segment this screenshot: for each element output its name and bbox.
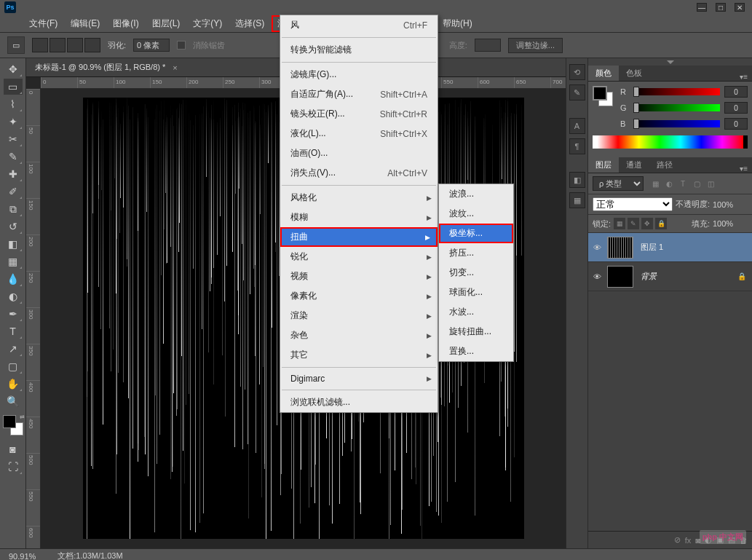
selection-intersect[interactable] <box>84 38 100 52</box>
antialias-checkbox[interactable] <box>177 41 186 50</box>
g-slider[interactable] <box>633 104 720 111</box>
filter-type-icon[interactable]: T <box>677 178 689 189</box>
distort-submenu-item[interactable]: 切变... <box>439 263 513 283</box>
dock-styles-icon[interactable]: ◧ <box>569 172 585 188</box>
filter-menu-item[interactable]: 渲染 <box>280 306 438 326</box>
blend-mode-select[interactable]: 正常 <box>593 197 673 211</box>
filter-menu-item[interactable]: 扭曲 <box>280 227 438 247</box>
lasso-tool[interactable]: ⌇ <box>4 96 23 112</box>
selection-subtract[interactable] <box>67 38 83 52</box>
screenmode-tool[interactable]: ⛶ <box>4 459 23 475</box>
b-value[interactable] <box>724 118 748 130</box>
feather-input[interactable] <box>133 39 170 52</box>
quickmask-tool[interactable]: ◙ <box>4 441 23 457</box>
selection-new[interactable] <box>32 38 48 52</box>
dock-para-icon[interactable]: ¶ <box>569 138 585 154</box>
menu-item[interactable]: 帮助(H) <box>437 15 478 32</box>
type-tool[interactable]: T <box>4 323 23 339</box>
tab-layers[interactable]: 图层 <box>588 157 619 173</box>
distort-submenu-item[interactable]: 置换... <box>439 342 513 361</box>
layer-thumbnail[interactable] <box>607 237 633 259</box>
filter-menu-item[interactable]: 风格化 <box>280 188 438 208</box>
filter-menu-item[interactable]: 其它 <box>280 345 438 365</box>
filter-menu-item[interactable]: 锐化 <box>280 247 438 267</box>
filter-menu-item[interactable]: 浏览联机滤镜... <box>280 393 438 412</box>
lock-pixels-icon[interactable]: ✎ <box>628 218 639 229</box>
filter-shape-icon[interactable]: ▢ <box>691 178 702 189</box>
zoom-tool[interactable]: 🔍 <box>4 393 23 409</box>
wand-tool[interactable]: ✦ <box>4 114 23 130</box>
menu-item[interactable]: 图像(I) <box>107 15 144 32</box>
layer-name[interactable]: 图层 1 <box>638 242 749 253</box>
tab-paths[interactable]: 路径 <box>649 157 680 173</box>
filter-adjust-icon[interactable]: ◐ <box>663 178 675 189</box>
shape-tool[interactable]: ▢ <box>4 358 23 374</box>
tool-preset-icon[interactable]: ▭ <box>7 36 25 54</box>
swap-colors-icon[interactable]: ⇄ <box>20 414 25 420</box>
filter-menu-item[interactable]: 风Ctrl+F <box>280 15 438 35</box>
window-close[interactable]: ✕ <box>735 3 745 12</box>
close-tab-icon[interactable]: × <box>173 63 177 72</box>
r-value[interactable] <box>724 86 748 98</box>
panel-menu-icon[interactable]: ▾≡ <box>735 165 752 173</box>
b-slider[interactable] <box>633 120 720 127</box>
eraser-tool[interactable]: ◧ <box>4 236 23 252</box>
g-value[interactable] <box>724 102 748 114</box>
filter-menu-item[interactable]: 自适应广角(A)...Shift+Ctrl+A <box>280 84 438 104</box>
filter-menu-item[interactable]: 视频 <box>280 267 438 286</box>
color-swatches[interactable]: ⇄ <box>3 415 23 435</box>
fill-value[interactable]: 100% <box>713 219 748 228</box>
filter-menu-item[interactable]: 镜头校正(R)...Shift+Ctrl+R <box>280 104 438 124</box>
filter-menu-item[interactable]: 像素化 <box>280 286 438 306</box>
crop-tool[interactable]: ✂ <box>4 131 23 147</box>
pen-tool[interactable]: ✒ <box>4 306 23 322</box>
filter-menu-item[interactable]: 油画(O)... <box>280 143 438 163</box>
r-slider[interactable] <box>633 88 720 95</box>
window-maximize[interactable]: □ <box>716 3 726 12</box>
menu-item[interactable]: 图层(L) <box>146 15 186 32</box>
refine-edge-button[interactable]: 调整边缘... <box>508 38 563 53</box>
menu-item[interactable]: 文字(Y) <box>187 15 228 32</box>
layer-kind-filter[interactable]: ρ 类型 <box>593 176 644 191</box>
hand-tool[interactable]: ✋ <box>4 376 23 392</box>
dock-brush-icon[interactable]: ✎ <box>569 84 585 100</box>
dock-history-icon[interactable]: ⟲ <box>569 64 585 80</box>
filter-menu-item[interactable]: 转换为智能滤镜 <box>280 40 438 60</box>
dock-swatches-icon[interactable]: ▦ <box>569 192 585 208</box>
zoom-level[interactable]: 90.91% <box>9 552 36 561</box>
gradient-tool[interactable]: ▦ <box>4 253 23 269</box>
history-brush-tool[interactable]: ↺ <box>4 218 23 234</box>
filter-smart-icon[interactable]: ◫ <box>705 178 716 189</box>
layer-row[interactable]: 👁 图层 1 <box>588 233 752 262</box>
filter-menu-item[interactable]: 模糊 <box>280 208 438 227</box>
layer-row[interactable]: 👁 背景 🔒 <box>588 262 752 291</box>
link-layers-icon[interactable]: ⊘ <box>674 535 681 545</box>
distort-submenu-item[interactable]: 旋转扭曲... <box>439 322 513 342</box>
tab-color[interactable]: 颜色 <box>588 66 619 81</box>
heal-tool[interactable]: ✚ <box>4 166 23 182</box>
lock-position-icon[interactable]: ✥ <box>641 218 653 229</box>
tab-swatches[interactable]: 色板 <box>619 66 649 81</box>
lock-all-icon[interactable]: 🔒 <box>655 218 667 229</box>
filter-menu-item[interactable]: 杂色 <box>280 326 438 345</box>
move-tool[interactable]: ✥ <box>4 61 23 77</box>
lock-transparent-icon[interactable]: ▦ <box>614 218 625 229</box>
filter-pixel-icon[interactable]: ▦ <box>649 178 661 189</box>
menu-item[interactable]: 选择(S) <box>229 15 270 32</box>
distort-submenu-item[interactable]: 水波... <box>439 302 513 322</box>
opacity-value[interactable]: 100% <box>713 200 748 209</box>
window-minimize[interactable]: — <box>697 3 707 12</box>
distort-submenu-item[interactable]: 球面化... <box>439 283 513 302</box>
layer-thumbnail[interactable] <box>607 266 633 288</box>
dodge-tool[interactable]: ◐ <box>4 288 23 304</box>
selection-add[interactable] <box>50 38 66 52</box>
filter-menu-item[interactable]: Digimarc <box>280 370 438 387</box>
layer-name[interactable]: 背景 <box>638 271 733 282</box>
brush-tool[interactable]: ✐ <box>4 184 23 200</box>
layer-fx-icon[interactable]: fx <box>685 536 692 545</box>
layer-visibility-icon[interactable]: 👁 <box>591 243 603 252</box>
distort-submenu-item[interactable]: 极坐标... <box>439 224 513 243</box>
layer-visibility-icon[interactable]: 👁 <box>591 272 603 281</box>
color-spectrum[interactable] <box>593 135 748 149</box>
blur-tool[interactable]: 💧 <box>4 271 23 287</box>
